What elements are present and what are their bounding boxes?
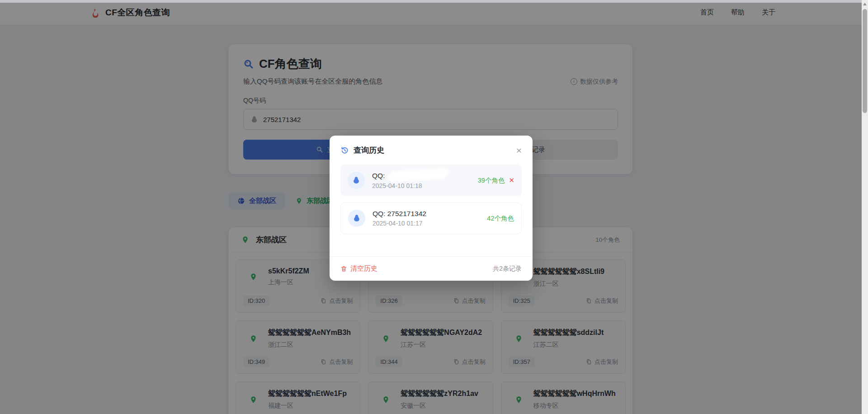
modal-header: 查询历史 × (330, 136, 533, 160)
qq-penguin-icon (353, 214, 361, 222)
clear-history-button[interactable]: 清空历史 (340, 264, 377, 273)
history-item[interactable]: QQ: 2025-04-10 01:18 39个角色 ✕ (340, 165, 522, 196)
history-time: 2025-04-10 01:17 (373, 220, 426, 227)
redacted-qq-number (388, 170, 447, 182)
modal-title: 查询历史 (354, 145, 384, 155)
history-item[interactable]: QQ: 2752171342 2025-04-10 01:17 42个角色 (340, 202, 522, 234)
avatar (348, 172, 365, 189)
history-list: QQ: 2025-04-10 01:18 39个角色 ✕ QQ: 2752171… (330, 160, 533, 240)
scrollbar-thumb[interactable] (863, 9, 867, 113)
window-top-edge (0, 0, 868, 3)
scrollbar-track[interactable] (862, 0, 868, 414)
history-count: 42个角色 (487, 214, 514, 223)
history-modal: 查询历史 × QQ: 2025-04-10 01:18 39个角色 ✕ (330, 136, 533, 281)
clear-history-label: 清空历史 (350, 264, 377, 273)
qq-penguin-icon (352, 176, 360, 184)
history-icon (340, 146, 349, 155)
trash-icon (340, 265, 347, 272)
history-count: 39个角色 (478, 176, 505, 185)
record-total: 共2条记录 (493, 265, 522, 273)
delete-icon[interactable]: ✕ (509, 176, 514, 184)
history-qq: QQ: (372, 172, 385, 180)
history-time: 2025-04-10 01:18 (372, 182, 446, 189)
avatar (348, 210, 365, 227)
history-qq: QQ: 2752171342 (373, 210, 426, 218)
modal-footer: 清空历史 共2条记录 (330, 256, 533, 281)
close-icon[interactable]: × (516, 146, 522, 155)
scrollbar-up-arrow[interactable] (862, 0, 868, 8)
